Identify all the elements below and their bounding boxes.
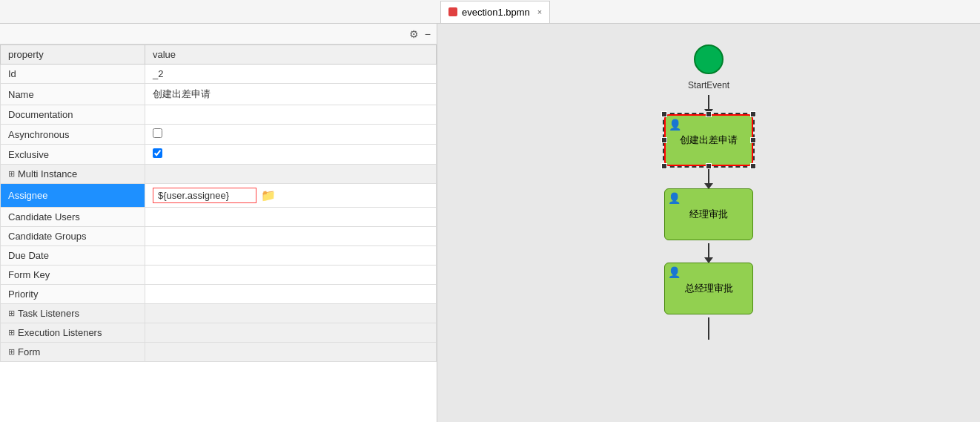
diagram-canvas: StartEvent 👤 创建出差申请: [437, 24, 980, 422]
handle-mr: [750, 137, 756, 143]
property-key-cell: Documentation: [1, 105, 145, 125]
property-value-cell[interactable]: [145, 208, 437, 227]
minimize-icon[interactable]: −: [425, 28, 431, 40]
property-value-cell[interactable]: [145, 343, 437, 362]
expand-icon[interactable]: ⊞: [8, 309, 15, 318]
expand-icon[interactable]: ⊞: [8, 169, 15, 179]
table-row[interactable]: Exclusive: [1, 145, 437, 165]
folder-icon[interactable]: 📁: [261, 188, 276, 202]
task-manager-approve[interactable]: 👤 经理审批: [664, 188, 753, 240]
task-user-icon-2: 👤: [668, 192, 681, 204]
table-row[interactable]: Form Key: [1, 266, 437, 285]
property-key-cell: Assignee: [1, 184, 145, 208]
table-row[interactable]: Documentation: [1, 105, 437, 125]
property-key-cell: ⊞Task Listeners: [1, 304, 145, 323]
start-event[interactable]: [694, 44, 724, 74]
table-row[interactable]: ⊞Multi Instance: [1, 165, 437, 184]
col-property-header: property: [1, 45, 145, 65]
property-key-cell: Name: [1, 84, 145, 105]
property-value-cell[interactable]: [145, 105, 437, 125]
property-key-cell: ⊞Multi Instance: [1, 165, 145, 184]
group-label-text: Execution Listeners: [18, 327, 102, 338]
group-label-text: Task Listeners: [18, 308, 79, 319]
task3-label: 总经理审批: [685, 282, 733, 295]
table-row[interactable]: Assignee${user.assignee}📁: [1, 184, 437, 208]
expand-icon[interactable]: ⊞: [8, 328, 15, 337]
tab-label: evection1.bpmn: [462, 7, 530, 18]
table-row[interactable]: ⊞Execution Listeners: [1, 323, 437, 343]
handle-bl: [661, 163, 667, 169]
table-row[interactable]: Id_2: [1, 65, 437, 84]
tab-area: evection1.bpmn ×: [3, 1, 977, 23]
property-key-cell: ⊞Form: [1, 343, 145, 362]
property-key-cell: Candidate Groups: [1, 227, 145, 246]
handle-tr: [750, 111, 756, 117]
property-value-cell[interactable]: [145, 266, 437, 285]
property-value-cell[interactable]: _2: [145, 65, 437, 84]
task-gm-approve[interactable]: 👤 总经理审批: [664, 263, 753, 314]
table-row[interactable]: ⊞Form: [1, 343, 437, 362]
table-row[interactable]: Priority: [1, 285, 437, 304]
assignee-value-wrapper: ${user.assignee}📁: [153, 188, 428, 203]
col-value-header: value: [145, 45, 437, 65]
property-value-cell[interactable]: ${user.assignee}📁: [145, 184, 437, 208]
property-value-cell[interactable]: [145, 246, 437, 266]
bpmn-file-icon: [448, 7, 457, 16]
property-key-cell: ⊞Execution Listeners: [1, 323, 145, 343]
property-value-cell[interactable]: [145, 227, 437, 246]
property-value-cell[interactable]: 创建出差申请: [145, 84, 437, 105]
property-key-cell: Form Key: [1, 266, 145, 285]
tab-close-button[interactable]: ×: [537, 7, 542, 16]
bpmn-tab[interactable]: evection1.bpmn ×: [440, 1, 550, 23]
property-value-cell[interactable]: [145, 304, 437, 323]
task2-label: 经理审批: [689, 208, 728, 221]
gear-icon[interactable]: ⚙: [409, 28, 419, 40]
property-value-cell[interactable]: [145, 165, 437, 184]
properties-table: property value Id_2Name创建出差申请Documentati…: [0, 44, 437, 422]
asynchronous-checkbox[interactable]: [153, 128, 162, 138]
property-key-cell: Asynchronous: [1, 125, 145, 145]
task-create-trip[interactable]: 👤 创建出差申请: [664, 114, 753, 166]
handle-tm: [706, 111, 712, 117]
table-row[interactable]: ⊞Task Listeners: [1, 304, 437, 323]
start-event-label: StartEvent: [688, 80, 729, 90]
property-key-cell: Due Date: [1, 246, 145, 266]
table-row[interactable]: Candidate Groups: [1, 227, 437, 246]
handle-tl: [661, 111, 667, 117]
table-row[interactable]: Asynchronous: [1, 125, 437, 145]
property-key-cell: Priority: [1, 285, 145, 304]
expand-icon[interactable]: ⊞: [8, 347, 15, 357]
table-row[interactable]: Candidate Users: [1, 208, 437, 227]
group-label-text: Multi Instance: [18, 168, 77, 179]
exclusive-checkbox[interactable]: [153, 148, 162, 158]
property-value-cell[interactable]: [145, 285, 437, 304]
property-key-cell: Candidate Users: [1, 208, 145, 227]
arrow-line-3: [708, 243, 709, 258]
property-key-cell: Exclusive: [1, 145, 145, 165]
handle-bm: [706, 163, 712, 169]
assignee-value-text: ${user.assignee}: [153, 188, 256, 203]
top-bar: evection1.bpmn ×: [0, 0, 980, 24]
group-label-text: Form: [18, 346, 40, 357]
handle-br: [750, 163, 756, 169]
table-row[interactable]: Due Date: [1, 246, 437, 266]
table-row[interactable]: Name创建出差申请: [1, 84, 437, 105]
handle-ml: [661, 137, 667, 143]
property-value-cell[interactable]: [145, 145, 437, 165]
left-panel: ⚙ − property value Id_2Name创建出差申请Documen…: [0, 24, 437, 422]
panel-toolbar: ⚙ −: [0, 24, 437, 44]
arrow-line-2: [708, 169, 709, 184]
property-key-cell: Id: [1, 65, 145, 84]
task-user-icon-3: 👤: [668, 266, 681, 278]
property-value-cell[interactable]: [145, 125, 437, 145]
property-value-cell[interactable]: [145, 323, 437, 343]
arrow-line-4: [708, 317, 709, 340]
task1-label: 创建出差申请: [680, 133, 738, 147]
arrow-line-1: [708, 95, 709, 110]
main-layout: ⚙ − property value Id_2Name创建出差申请Documen…: [0, 24, 980, 422]
right-panel: StartEvent 👤 创建出差申请: [437, 24, 980, 422]
task-user-icon-1: 👤: [669, 119, 681, 131]
